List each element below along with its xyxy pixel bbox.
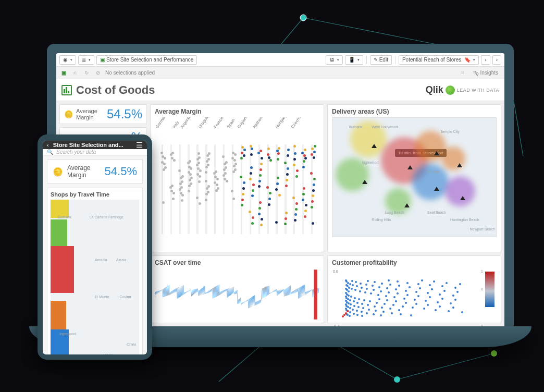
svg-point-8: [394, 376, 400, 383]
profitability-scatter: 1 0 -1 0.6 -0.2: [332, 268, 497, 326]
phone-header: ‹ Store Site Selection and... ☰: [43, 141, 147, 149]
app-title-text: Store Site Selection and Performance: [106, 57, 193, 63]
sheet-chart-icon: [61, 85, 72, 95]
pencil-icon: ✎: [374, 57, 378, 63]
panel-title: CSAT over time: [155, 259, 319, 266]
nav-menu-button[interactable]: ◉: [59, 55, 76, 65]
selections-status-text: No selections applied: [105, 70, 155, 76]
svg-point-9: [491, 350, 497, 357]
panel-csat-over-time[interactable]: CSAT over time: [150, 255, 324, 323]
back-icon[interactable]: ‹: [47, 142, 49, 148]
device-mobile-button[interactable]: 📱: [345, 55, 363, 65]
phone-map-canvas[interactable]: BurbankLa Cañada FlintridgeArcadiaAzusaE…: [51, 200, 139, 354]
phone-title: Store Site Selection and...: [53, 142, 123, 148]
map-canvas[interactable]: 18 min. from Stonewood West HollywoodTem…: [332, 117, 497, 237]
qlik-logo-icon: [446, 85, 455, 95]
brand-area: Qlik LEAD WITH DATA: [426, 84, 499, 95]
selection-tool-icon[interactable]: ⌗: [459, 68, 467, 77]
panel-customer-profitability[interactable]: Customer profitability 1 0 -1 0.6 -0.2: [327, 255, 501, 323]
menu-icon[interactable]: ☰: [136, 141, 143, 149]
phone-frame: ‹ Store Site Selection and... ☰ 🔍 Search…: [38, 134, 152, 360]
search-icon: 🔍: [47, 149, 53, 155]
nav-next-button[interactable]: ›: [492, 55, 501, 65]
step-back-icon[interactable]: ⎌: [71, 69, 79, 77]
panel-average-margin-strip[interactable]: Average Margin BrazilGermanyItalyArgenti…: [150, 104, 324, 252]
sheet-title-bar: Cost of Goods Qlik LEAD WITH DATA: [56, 79, 504, 101]
svg-line-4: [397, 353, 494, 379]
phone-panel-shops-map[interactable]: Shops by Travel Time BurbankLa Cañada Fl…: [47, 188, 143, 354]
csat-line-chart: [155, 268, 319, 321]
coins-icon: 🪙: [53, 167, 63, 177]
device-desktop-button[interactable]: 🖥: [326, 55, 343, 65]
insights-button[interactable]: ItQ Insights: [470, 68, 501, 78]
search-placeholder: Search your data: [56, 149, 96, 155]
phone-search-bar[interactable]: 🔍 Search your data: [43, 149, 147, 155]
selections-bar: ▣ ⎌ ↻ ⊘ No selections applied ⌗ ItQ Insi…: [56, 67, 504, 79]
svg-point-6: [300, 15, 306, 21]
kpi-average-margin[interactable]: 🪙 Average Margin 54.5%: [59, 104, 147, 124]
nav-prev-button[interactable]: ‹: [481, 55, 490, 65]
color-legend: [485, 272, 494, 307]
sheet-title: Cost of Goods: [76, 83, 155, 97]
app-toolbar: ◉ ≣ ▣ Store Site Selection and Performan…: [56, 53, 504, 67]
svg-rect-11: [314, 270, 317, 320]
panel-title: Delivery areas (US): [332, 108, 497, 115]
step-forward-icon[interactable]: ↻: [82, 69, 91, 77]
phone-kpi-average-margin[interactable]: 🪙 Average Margin 54.5%: [47, 160, 143, 183]
coins-icon: 🪙: [64, 110, 73, 118]
app-home-button[interactable]: ▣ Store Site Selection and Performance: [96, 55, 197, 65]
panel-title: Shops by Travel Time: [51, 191, 139, 198]
clear-selections-icon[interactable]: ⊘: [94, 69, 102, 77]
selections-indicator-icon: ▣: [59, 69, 68, 77]
panel-title: Average Margin: [155, 108, 319, 115]
bookmark-icon: 🔖: [464, 57, 471, 63]
strip-plot: BrazilGermanyItalyArgentinaUruguayFrance…: [155, 117, 319, 237]
panel-title: Customer profitability: [332, 259, 497, 266]
bookmark-dropdown[interactable]: Potential Reach of Stores 🔖: [399, 55, 479, 65]
panel-delivery-areas-map[interactable]: Delivery areas (US) 18 min. from Stonewo…: [327, 104, 501, 252]
list-menu-button[interactable]: ≣: [78, 55, 94, 65]
edit-button[interactable]: ✎ Edit: [370, 55, 392, 65]
